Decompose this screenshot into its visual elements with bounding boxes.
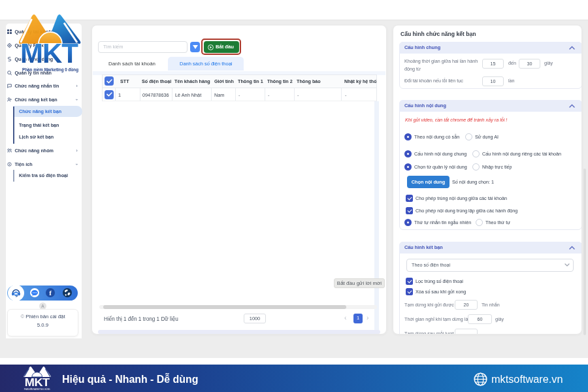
svg-text:MKT: MKT [25, 376, 50, 389]
svg-text:Phần mềm Marketing 0 đồng: Phần mềm Marketing 0 đồng [22, 67, 78, 73]
svg-text:MKT: MKT [20, 38, 78, 69]
svg-text:PHẦN MỀM MARKETING 0 ĐỒNG: PHẦN MỀM MARKETING 0 ĐỒNG [24, 387, 50, 391]
